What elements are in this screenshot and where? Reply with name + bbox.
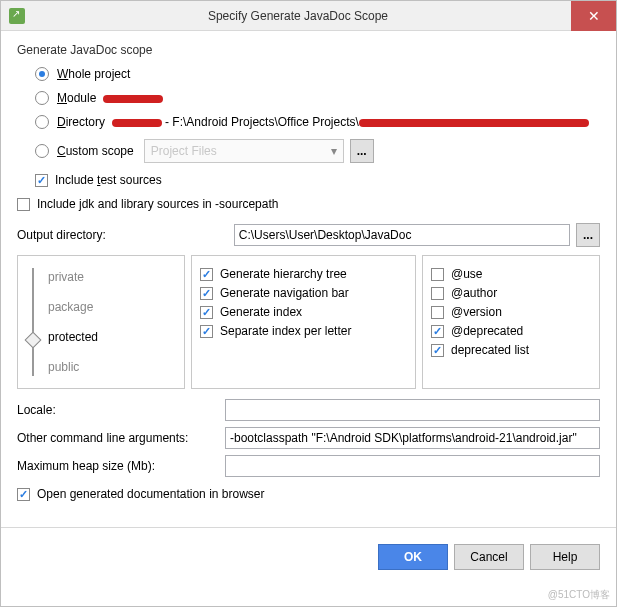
- checkbox-deprecated[interactable]: [431, 325, 444, 338]
- open-browser-row[interactable]: Open generated documentation in browser: [17, 487, 600, 501]
- checkbox-include-tests-label: Include test sources: [55, 173, 162, 187]
- scope-directory-row[interactable]: Directory - F:\Android Projects\Office P…: [35, 115, 600, 129]
- redacted-dir1: [112, 119, 162, 127]
- checkbox-separate-index[interactable]: [200, 325, 213, 338]
- gen-separate-row[interactable]: Separate index per letter: [200, 324, 407, 338]
- window-title: Specify Generate JavaDoc Scope: [25, 9, 571, 23]
- chevron-down-icon: ▾: [331, 144, 337, 158]
- radio-custom-scope[interactable]: [35, 144, 49, 158]
- checkbox-deprecated-list-label: deprecated list: [451, 343, 529, 357]
- scope-whole-row[interactable]: Whole project: [35, 67, 600, 81]
- include-tests-row[interactable]: Include test sources: [35, 173, 600, 187]
- checkbox-author-label: @author: [451, 286, 497, 300]
- heap-row: Maximum heap size (Mb):: [17, 455, 600, 477]
- checkbox-author[interactable]: [431, 287, 444, 300]
- checkbox-open-browser[interactable]: [17, 488, 30, 501]
- checkbox-include-jdk[interactable]: [17, 198, 30, 211]
- checkbox-index-label: Generate index: [220, 305, 302, 319]
- tag-use-row[interactable]: @use: [431, 267, 591, 281]
- checkbox-navbar[interactable]: [200, 287, 213, 300]
- locale-row: Locale:: [17, 399, 600, 421]
- tags-panel: @use @author @version @deprecated deprec…: [422, 255, 600, 389]
- output-dir-browse-button[interactable]: ...: [576, 223, 600, 247]
- radio-module[interactable]: [35, 91, 49, 105]
- redacted-dir2: [359, 119, 589, 127]
- options-panels: private package protected public Generat…: [17, 255, 600, 389]
- dialog-button-row: OK Cancel Help: [1, 536, 616, 580]
- tag-deplist-row[interactable]: deprecated list: [431, 343, 591, 357]
- visibility-slider-panel: private package protected public: [17, 255, 185, 389]
- checkbox-hierarchy-label: Generate hierarchy tree: [220, 267, 347, 281]
- custom-scope-browse-button[interactable]: ...: [350, 139, 374, 163]
- args-row: Other command line arguments:: [17, 427, 600, 449]
- checkbox-version[interactable]: [431, 306, 444, 319]
- output-dir-label: Output directory:: [17, 228, 106, 242]
- level-package[interactable]: package: [48, 292, 176, 322]
- scope-custom-row[interactable]: Custom scope Project Files ▾ ...: [35, 139, 600, 163]
- checkbox-open-browser-label: Open generated documentation in browser: [37, 487, 264, 501]
- locale-input[interactable]: [225, 399, 600, 421]
- checkbox-separate-index-label: Separate index per letter: [220, 324, 351, 338]
- include-jdk-row[interactable]: Include jdk and library sources in -sour…: [17, 197, 600, 211]
- radio-directory-label: Directory - F:\Android Projects\Office P…: [57, 115, 589, 129]
- scope-module-row[interactable]: Module: [35, 91, 600, 105]
- level-public[interactable]: public: [48, 352, 176, 382]
- slider-thumb[interactable]: [25, 332, 42, 349]
- slider-track[interactable]: [26, 262, 40, 382]
- checkbox-navbar-label: Generate navigation bar: [220, 286, 349, 300]
- directory-path-text: - F:\Android Projects\Office Projects\: [165, 115, 359, 129]
- ok-button[interactable]: OK: [378, 544, 448, 570]
- checkbox-index[interactable]: [200, 306, 213, 319]
- close-button[interactable]: ✕: [571, 1, 616, 31]
- custom-scope-dropdown: Project Files ▾: [144, 139, 344, 163]
- locale-label: Locale:: [17, 403, 217, 417]
- checkbox-include-jdk-label: Include jdk and library sources in -sour…: [37, 197, 278, 211]
- checkbox-use-label: @use: [451, 267, 483, 281]
- level-protected[interactable]: protected: [48, 322, 176, 352]
- heap-label: Maximum heap size (Mb):: [17, 459, 217, 473]
- scope-group-label: Generate JavaDoc scope: [17, 43, 600, 57]
- heap-input[interactable]: [225, 455, 600, 477]
- gen-hierarchy-row[interactable]: Generate hierarchy tree: [200, 267, 407, 281]
- checkbox-deprecated-label: @deprecated: [451, 324, 523, 338]
- dialog-content: Generate JavaDoc scope Whole project Mod…: [1, 31, 616, 519]
- watermark: @51CTO博客: [548, 588, 610, 602]
- redacted-module: [103, 95, 163, 103]
- level-private[interactable]: private: [48, 262, 176, 292]
- scope-radio-group: Whole project Module Directory - F:\Andr…: [17, 67, 600, 187]
- app-icon: [9, 8, 25, 24]
- help-button[interactable]: Help: [530, 544, 600, 570]
- divider: [1, 527, 616, 528]
- radio-whole-project-label: Whole project: [57, 67, 130, 81]
- checkbox-deprecated-list[interactable]: [431, 344, 444, 357]
- titlebar: Specify Generate JavaDoc Scope ✕: [1, 1, 616, 31]
- radio-directory[interactable]: [35, 115, 49, 129]
- output-dir-input[interactable]: [234, 224, 570, 246]
- gen-navbar-row[interactable]: Generate navigation bar: [200, 286, 407, 300]
- args-input[interactable]: [225, 427, 600, 449]
- radio-custom-scope-label: Custom scope: [57, 144, 134, 158]
- checkbox-use[interactable]: [431, 268, 444, 281]
- radio-whole-project[interactable]: [35, 67, 49, 81]
- generate-options-panel: Generate hierarchy tree Generate navigat…: [191, 255, 416, 389]
- radio-module-label: Module: [57, 91, 163, 105]
- tag-deprecated-row[interactable]: @deprecated: [431, 324, 591, 338]
- checkbox-hierarchy[interactable]: [200, 268, 213, 281]
- tag-author-row[interactable]: @author: [431, 286, 591, 300]
- custom-scope-placeholder: Project Files: [151, 144, 217, 158]
- tag-version-row[interactable]: @version: [431, 305, 591, 319]
- checkbox-include-tests[interactable]: [35, 174, 48, 187]
- gen-index-row[interactable]: Generate index: [200, 305, 407, 319]
- output-dir-row: Output directory: ...: [17, 223, 600, 247]
- checkbox-version-label: @version: [451, 305, 502, 319]
- args-label: Other command line arguments:: [17, 431, 217, 445]
- cancel-button[interactable]: Cancel: [454, 544, 524, 570]
